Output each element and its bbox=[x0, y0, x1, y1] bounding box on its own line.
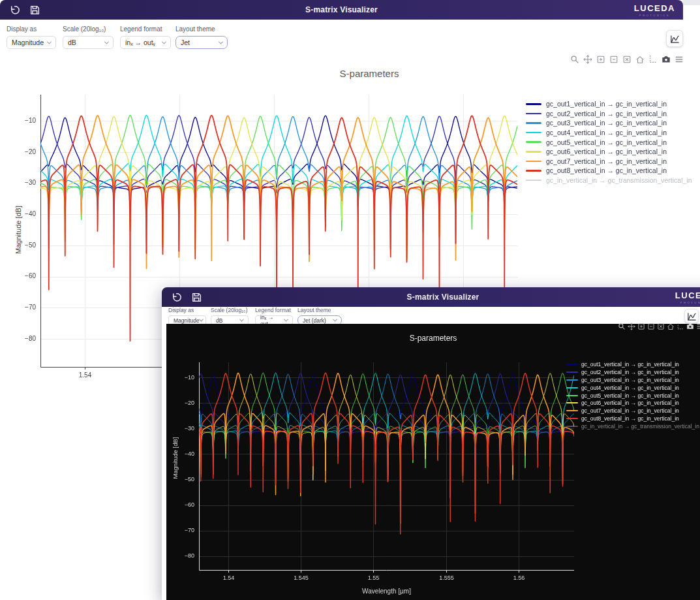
zoom-icon[interactable] bbox=[570, 55, 579, 64]
legend-label: gc_out6_vertical_in → gc_in_vertical_in bbox=[546, 148, 667, 155]
scale-label: Scale (20log₁₀) bbox=[63, 25, 114, 33]
legend-swatch bbox=[566, 410, 578, 411]
legend-item[interactable]: gc_out2_vertical_in → gc_in_vertical_in bbox=[526, 109, 692, 119]
visualizer-window-dark: S-matrix Visualizer LUCEDA PHOTONICS Dis… bbox=[162, 287, 700, 600]
zoom-in-icon[interactable] bbox=[596, 55, 605, 64]
titlebar: S-matrix Visualizer LUCEDA PHOTONICS bbox=[162, 287, 700, 307]
legend-swatch bbox=[566, 379, 578, 381]
display-as-select[interactable]: Magnitude bbox=[7, 36, 56, 49]
autoscale-icon[interactable] bbox=[622, 55, 632, 64]
chevron-down-icon bbox=[104, 39, 109, 44]
legend-swatch bbox=[526, 103, 541, 105]
luceda-logo: LUCEDA PHOTONICS bbox=[634, 3, 675, 17]
legend-item[interactable]: gc_out5_vertical_in → gc_in_vertical_in bbox=[566, 392, 699, 400]
legend-swatch bbox=[526, 122, 541, 124]
plotly-logo-icon[interactable] bbox=[696, 323, 700, 330]
sparameters-plot-canvas[interactable] bbox=[166, 356, 610, 591]
chevron-down-icon bbox=[219, 39, 223, 44]
legend-item[interactable]: gc_out7_vertical_in → gc_in_vertical_in bbox=[566, 407, 699, 415]
spikelines-icon[interactable] bbox=[677, 323, 684, 330]
plot-title: S-parameters bbox=[199, 334, 667, 343]
chevron-down-icon bbox=[239, 317, 244, 322]
plot-title: S-parameters bbox=[40, 68, 698, 79]
legend-item[interactable]: gc_in_vertical_in → gc_transmission_vert… bbox=[566, 422, 699, 430]
legend-item[interactable]: gc_out1_vertical_in → gc_in_vertical_in bbox=[526, 99, 692, 109]
legend-swatch bbox=[526, 180, 541, 182]
autoscale-icon[interactable] bbox=[657, 323, 665, 330]
window-title: S-matrix Visualizer bbox=[162, 292, 700, 302]
display-as-value: Magnitude bbox=[12, 39, 44, 46]
legend-label: gc_out2_vertical_in → gc_in_vertical_in bbox=[581, 369, 679, 375]
legend-item[interactable]: gc_out6_vertical_in → gc_in_vertical_in bbox=[566, 399, 699, 407]
zoom-out-icon[interactable] bbox=[647, 323, 655, 330]
legend-item[interactable]: gc_out3_vertical_in → gc_in_vertical_in bbox=[526, 118, 692, 128]
chevron-down-icon bbox=[47, 39, 52, 44]
legend-label: gc_out7_vertical_in → gc_in_vertical_in bbox=[581, 407, 679, 414]
legend-swatch bbox=[526, 161, 541, 163]
legend-item[interactable]: gc_out8_vertical_in → gc_in_vertical_in bbox=[566, 415, 699, 422]
legend-swatch bbox=[566, 395, 578, 396]
legend-swatch bbox=[566, 387, 578, 388]
legend-format-control: Legend format inₓ → outᵧ bbox=[120, 25, 171, 49]
legend-item[interactable]: gc_out5_vertical_in → gc_in_vertical_in bbox=[526, 137, 692, 147]
layout-theme-select[interactable]: Jet bbox=[175, 36, 228, 49]
scale-select[interactable]: dB bbox=[63, 36, 114, 49]
layout-theme-control: Layout theme Jet bbox=[175, 25, 228, 49]
pan-icon[interactable] bbox=[628, 323, 635, 330]
plotly-logo-icon[interactable] bbox=[675, 55, 684, 64]
line-chart-icon bbox=[670, 34, 680, 44]
legend-swatch bbox=[566, 418, 578, 419]
chevron-down-icon bbox=[333, 317, 337, 322]
spikelines-icon[interactable] bbox=[648, 55, 658, 64]
legend-label: gc_out8_vertical_in → gc_in_vertical_in bbox=[546, 166, 667, 174]
legend-swatch bbox=[526, 132, 541, 134]
legend-item[interactable]: gc_out8_vertical_in → gc_in_vertical_in bbox=[526, 166, 692, 176]
scale-value: dB bbox=[68, 39, 76, 46]
legend-label: gc_out5_vertical_in → gc_in_vertical_in bbox=[581, 392, 679, 399]
legend-format-select[interactable]: inₓ → outᵧ bbox=[120, 36, 171, 49]
legend-swatch bbox=[526, 113, 541, 115]
plot-modebar bbox=[570, 55, 684, 64]
display-as-label: Display as bbox=[168, 307, 206, 313]
legend-item[interactable]: gc_out4_vertical_in → gc_in_vertical_in bbox=[566, 384, 699, 392]
logo-subtext: PHOTONICS bbox=[675, 302, 700, 304]
legend-swatch bbox=[526, 170, 541, 172]
legend-label: gc_out4_vertical_in → gc_in_vertical_in bbox=[581, 385, 679, 391]
scale-value: dB bbox=[216, 317, 222, 324]
zoom-out-icon[interactable] bbox=[609, 55, 618, 64]
layout-theme-value: Jet (dark) bbox=[303, 317, 326, 324]
plot-legend: gc_out1_vertical_in → gc_in_vertical_ing… bbox=[566, 360, 699, 430]
legend-label: gc_out4_vertical_in → gc_in_vertical_in bbox=[546, 129, 667, 136]
legend-item[interactable]: gc_in_vertical_in → gc_transmission_vert… bbox=[526, 176, 692, 185]
scale-label: Scale (20log₁₀) bbox=[211, 307, 249, 313]
layout-theme-value: Jet bbox=[181, 39, 190, 46]
legend-label: gc_out1_vertical_in → gc_in_vertical_in bbox=[546, 100, 667, 108]
legend-label: gc_out8_vertical_in → gc_in_vertical_in bbox=[581, 415, 679, 422]
reset-axes-icon[interactable] bbox=[667, 323, 675, 330]
zoom-in-icon[interactable] bbox=[637, 323, 645, 330]
open-plot-button[interactable] bbox=[666, 30, 683, 47]
logo-text: LUCEDA bbox=[634, 3, 675, 13]
legend-label: gc_in_vertical_in → gc_transmission_vert… bbox=[546, 176, 692, 184]
legend-label: gc_out1_vertical_in → gc_in_vertical_in bbox=[581, 361, 679, 368]
layout-theme-label: Layout theme bbox=[297, 307, 342, 313]
reset-axes-icon[interactable] bbox=[635, 55, 645, 64]
zoom-icon[interactable] bbox=[618, 323, 626, 330]
open-plot-button[interactable] bbox=[684, 309, 699, 323]
legend-label: gc_out6_vertical_in → gc_in_vertical_in bbox=[581, 400, 679, 406]
camera-icon[interactable] bbox=[662, 55, 671, 64]
legend-swatch bbox=[566, 402, 578, 403]
legend-item[interactable]: gc_out1_vertical_in → gc_in_vertical_in bbox=[566, 360, 699, 368]
legend-item[interactable]: gc_out2_vertical_in → gc_in_vertical_in bbox=[566, 368, 699, 376]
legend-item[interactable]: gc_out7_vertical_in → gc_in_vertical_in bbox=[526, 157, 692, 166]
legend-item[interactable]: gc_out6_vertical_in → gc_in_vertical_in bbox=[526, 147, 692, 157]
camera-icon[interactable] bbox=[686, 323, 694, 330]
controls-toolbar: Display as Magnitude Scale (20log₁₀) dB … bbox=[0, 20, 683, 56]
chevron-down-icon bbox=[284, 317, 288, 322]
pan-icon[interactable] bbox=[583, 55, 592, 64]
chevron-down-icon bbox=[162, 39, 166, 44]
legend-item[interactable]: gc_out3_vertical_in → gc_in_vertical_in bbox=[566, 376, 699, 384]
luceda-logo: LUCEDA PHOTONICS bbox=[675, 290, 700, 304]
legend-item[interactable]: gc_out4_vertical_in → gc_in_vertical_in bbox=[526, 128, 692, 138]
scale-control: Scale (20log₁₀) dB bbox=[211, 307, 249, 325]
